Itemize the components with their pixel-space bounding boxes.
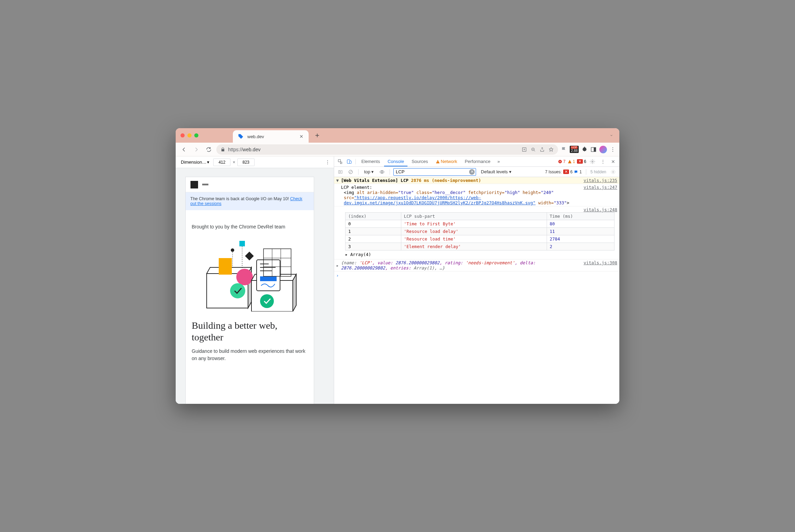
hidden-count[interactable]: 5 hidden <box>590 170 606 174</box>
minimize-window-button[interactable] <box>187 133 192 137</box>
error-count[interactable]: 7 <box>558 159 566 164</box>
svg-point-17 <box>230 283 245 298</box>
more-tabs-icon[interactable]: » <box>495 157 503 166</box>
device-mode-icon[interactable] <box>345 157 353 166</box>
svg-point-4 <box>612 149 613 150</box>
close-window-button[interactable] <box>180 133 185 137</box>
omnibox[interactable]: https://web.dev <box>216 144 558 155</box>
lcp-extension-badge[interactable]: LCP2.88 <box>570 146 579 153</box>
favicon-icon <box>238 133 244 140</box>
new-tab-button[interactable] <box>314 132 320 139</box>
close-tab-icon[interactable] <box>299 134 304 139</box>
sidepanel-icon[interactable] <box>590 146 597 153</box>
svg-point-8 <box>327 163 328 164</box>
source-link[interactable]: vitals.js:235 <box>581 178 617 183</box>
devtools-panel: Elements Console Sources Network Perform… <box>334 156 619 404</box>
forward-button[interactable] <box>192 145 201 154</box>
share-icon[interactable] <box>539 147 545 152</box>
page-logo-text <box>202 184 208 185</box>
settings-icon[interactable] <box>588 157 597 166</box>
tab-performance[interactable]: Performance <box>461 157 494 166</box>
bookmark-icon[interactable] <box>548 147 554 152</box>
lcp-breakdown-table: (index) LCP sub-part Time (ms) 0'Time to… <box>345 212 615 250</box>
browser-window: web.dev https://web.dev LCP2.88 <box>176 128 619 404</box>
hero-illustration <box>192 236 308 311</box>
window-controls <box>180 133 198 137</box>
tab-elements[interactable]: Elements <box>358 157 383 166</box>
brought-by-text: Brought to you by the Chrome DevRel team <box>192 224 308 229</box>
svg-point-38 <box>381 171 383 173</box>
extensions-icon[interactable] <box>581 146 588 153</box>
log-levels-select[interactable]: Default levels ▾ <box>481 169 512 174</box>
profile-avatar[interactable] <box>599 146 607 153</box>
inspect-element-icon[interactable] <box>336 157 344 166</box>
page-logo-icon <box>190 181 198 188</box>
array-expander[interactable]: ▸ Array(4) <box>336 250 617 258</box>
tabs-dropdown-button[interactable] <box>608 132 615 139</box>
log-entry: LCP element: <img alt aria-hidden="true"… <box>334 184 619 206</box>
lock-icon <box>220 147 225 152</box>
clear-filter-icon[interactable]: ✕ <box>469 169 475 175</box>
menu-icon[interactable] <box>610 146 616 153</box>
dimension-separator: × <box>233 160 235 165</box>
warning-count[interactable]: 1 <box>568 159 575 164</box>
reload-button[interactable] <box>204 145 214 154</box>
live-expression-icon[interactable] <box>378 168 386 176</box>
svg-rect-12 <box>239 241 245 246</box>
toolbar: https://web.dev LCP2.88 <box>176 143 619 156</box>
browser-tab[interactable]: web.dev <box>233 130 309 143</box>
preview-area: The Chrome team is back at Google I/O on… <box>176 175 334 404</box>
source-link[interactable]: vitals.js:247 <box>581 185 617 205</box>
svg-point-7 <box>327 162 328 163</box>
device-width-input[interactable] <box>213 158 230 166</box>
maximize-window-button[interactable] <box>194 133 198 137</box>
page-header <box>186 177 314 192</box>
svg-rect-13 <box>245 252 254 260</box>
install-icon[interactable] <box>522 147 527 152</box>
source-link[interactable]: vitals.js:248 <box>581 207 617 212</box>
svg-point-35 <box>592 161 593 162</box>
console-prompt[interactable]: › <box>334 272 619 279</box>
log-entry: ▼ [Web Vitals Extension] LCP 2876 ms (ne… <box>334 177 619 184</box>
src-url-link[interactable]: "https://app.requestly.io/delay/2000/htt… <box>344 195 536 205</box>
close-devtools-icon[interactable] <box>609 157 617 166</box>
tab-console[interactable]: Console <box>384 157 407 166</box>
source-link[interactable]: vitals.js:308 <box>581 260 617 270</box>
dimension-preset-select[interactable]: Dimension… ▾ <box>179 158 211 166</box>
page-content: Brought to you by the Chrome DevRel team <box>186 210 314 369</box>
tab-sources[interactable]: Sources <box>408 157 432 166</box>
table-row[interactable]: 1'Resource load delay'11 <box>345 228 615 235</box>
zoom-icon[interactable] <box>530 147 536 152</box>
expand-toggle-icon[interactable]: ▸ <box>336 263 341 268</box>
device-preview-panel: Dimension… ▾ × The Chrome team is back <box>176 156 334 404</box>
main-split: Dimension… ▾ × The Chrome team is back <box>176 156 619 404</box>
context-select[interactable]: top ▾ <box>362 168 376 175</box>
svg-rect-33 <box>437 162 438 163</box>
issues-link[interactable]: 7 Issues: ✕6 1 <box>545 170 582 174</box>
table-header[interactable]: Time (ms) <box>547 213 614 220</box>
svg-point-11 <box>236 269 253 285</box>
console-sidebar-toggle-icon[interactable] <box>336 168 344 176</box>
console-settings-icon[interactable] <box>609 168 617 176</box>
device-height-input[interactable] <box>237 158 255 166</box>
errorbox-count[interactable]: ✕6 <box>577 159 586 164</box>
table-header[interactable]: (index) <box>345 213 401 220</box>
console-toolbar: top ▾ ✕ Default levels ▾ 7 Issues: ✕6 1 … <box>334 167 619 177</box>
flag-icon[interactable] <box>561 146 567 153</box>
expand-toggle-icon[interactable]: ▼ <box>336 178 341 183</box>
svg-point-19 <box>260 294 274 308</box>
table-header[interactable]: LCP sub-part <box>401 213 547 220</box>
devtools-menu-icon[interactable]: ⋮ <box>599 157 607 166</box>
svg-rect-32 <box>437 161 438 162</box>
table-row[interactable]: 2'Resource load time'2784 <box>345 235 615 243</box>
table-row[interactable]: 0'Time to First Byte'80 <box>345 220 615 228</box>
device-more-icon[interactable] <box>325 160 330 165</box>
clear-console-icon[interactable] <box>347 168 355 176</box>
tab-network[interactable]: Network <box>432 157 461 166</box>
filter-wrap: ✕ <box>393 168 476 176</box>
devtools-tabs: Elements Console Sources Network Perform… <box>334 156 619 167</box>
table-row[interactable]: 3'Element render delay'2 <box>345 243 615 250</box>
console-filter-input[interactable] <box>393 168 476 176</box>
svg-rect-31 <box>350 161 351 163</box>
back-button[interactable] <box>179 145 189 154</box>
